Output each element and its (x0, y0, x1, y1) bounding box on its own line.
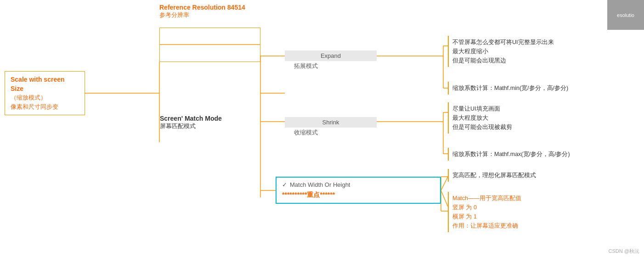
expand-info-1-text: 不管屏幕怎么变都可将UI完整显示出来 最大程度缩小 但是可能会出现黑边 (452, 38, 554, 65)
match-info-2: Match——用于宽高匹配值 竖屏 为 0 横屏 为 1 作用：让屏幕适应更准确 (448, 192, 525, 232)
expand-info-2-text: 缩放系数计算：Mathf.min(宽/参分，高/参分) (452, 84, 568, 93)
left-node-sub1: （缩放模式） (11, 93, 79, 102)
screen-match-title: Screen' Match Mode (160, 115, 252, 122)
shrink-info-2-text: 缩放系数计算：Mathf.max(宽/参分，高/参分) (452, 150, 570, 159)
ref-node-sub: 参考分辨率 (159, 11, 245, 19)
left-node-title: Scale with screen Size (11, 75, 79, 93)
corner-image: esolutio (607, 0, 644, 30)
diagram: Scale with screen Size （缩放模式） 像素和尺寸同步变 R… (0, 0, 644, 257)
watermark: CSDN @秋沅 (609, 248, 639, 255)
match-check: ✓ (282, 181, 287, 188)
expand-sub: 拓展模式 (294, 62, 318, 70)
match-info-1-text: 宽高匹配，理想化屏幕匹配模式 (452, 171, 536, 180)
left-node-sub2: 像素和尺寸同步变 (11, 102, 79, 112)
match-info-2-text: Match——用于宽高匹配值 竖屏 为 0 横屏 为 1 作用：让屏幕适应更准确 (452, 194, 521, 230)
shrink-node: Shrink (285, 117, 377, 128)
ref-node-title: Reference Resolution 84514 (159, 4, 245, 11)
shrink-sub: 收缩模式 (294, 128, 318, 137)
match-label: Match Width Or Height (290, 181, 350, 188)
corner-label: esolutio (617, 12, 634, 18)
shrink-label: Shrink (322, 119, 339, 126)
match-node-sub: **********重点****** (282, 191, 435, 199)
expand-info-2: 缩放系数计算：Mathf.min(宽/参分，高/参分) (448, 82, 572, 95)
shrink-info-2: 缩放系数计算：Mathf.max(宽/参分，高/参分) (448, 148, 574, 161)
shrink-info-1-text: 尽量让UI填充画面 最大程度放大 但是可能会出现被裁剪 (452, 104, 512, 132)
left-node: Scale with screen Size （缩放模式） 像素和尺寸同步变 (5, 71, 85, 115)
ref-resolution-box (159, 28, 260, 62)
expand-info-1: 不管屏幕怎么变都可将UI完整显示出来 最大程度缩小 但是可能会出现黑边 (448, 36, 558, 67)
svg-line-16 (441, 177, 448, 190)
shrink-info-1: 尽量让UI填充画面 最大程度放大 但是可能会出现被裁剪 (448, 102, 516, 134)
screen-match-sub: 屏幕匹配模式 (160, 122, 252, 130)
screen-match-node: Screen' Match Mode 屏幕匹配模式 (160, 115, 252, 130)
match-node-title: ✓ Match Width Or Height (282, 181, 435, 188)
ref-node-label: Reference Resolution 84514 参考分辨率 (159, 4, 245, 19)
match-info-1: 宽高匹配，理想化屏幕匹配模式 (448, 169, 540, 182)
expand-node: Expand (285, 50, 377, 61)
match-node: ✓ Match Width Or Height **********重点****… (276, 177, 441, 204)
svg-line-17 (441, 190, 448, 207)
expand-label: Expand (321, 52, 341, 59)
